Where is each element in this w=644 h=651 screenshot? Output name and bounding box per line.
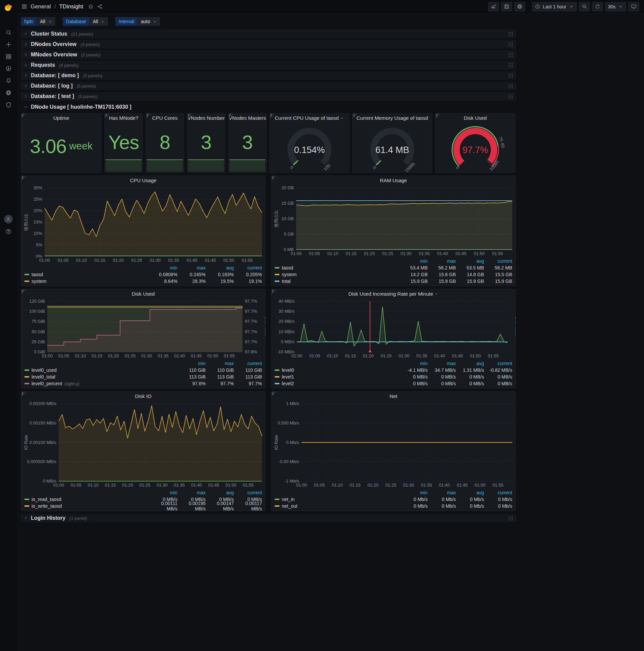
alerting-icon[interactable] <box>5 78 12 84</box>
panel-title[interactable]: Disk Used Increasing Rate per Minute <box>271 289 516 299</box>
legend-column-header[interactable]: current <box>234 490 262 495</box>
panel-title[interactable]: RAM Usage <box>271 176 516 185</box>
row-drag-handle[interactable] <box>508 32 513 37</box>
chart-ram[interactable]: 01:0001:0501:1001:1501:2001:2501:3001:35… <box>271 185 516 257</box>
refresh-button[interactable] <box>592 2 603 11</box>
legend-column-header[interactable]: max <box>428 258 456 264</box>
panel-title[interactable]: Disk IO <box>21 392 265 401</box>
legend-series-io-write-taosd[interactable]: io_write_taosd <box>25 503 149 509</box>
legend-column-header[interactable]: avg <box>205 265 234 271</box>
legend-series-taosd[interactable]: taosd <box>25 272 149 277</box>
panel-info-icon[interactable]: i <box>228 114 234 119</box>
legend-series-io-read-taosd[interactable]: io_read_taosd <box>25 497 149 502</box>
dashboard-row-cluster-status[interactable]: Cluster Status(21 panels) <box>21 30 516 38</box>
dashboards-icon[interactable] <box>5 53 12 60</box>
dashboard-row-login-history[interactable]: Login History(1 panel) <box>21 514 516 523</box>
legend-column-header[interactable]: current <box>484 490 512 495</box>
legend-column-header[interactable]: max <box>428 361 456 366</box>
legend-series-net-out[interactable]: net_out <box>275 503 399 509</box>
star-icon[interactable] <box>88 4 94 9</box>
legend-column-header[interactable]: min <box>149 490 178 495</box>
panel-info-icon[interactable]: i <box>436 114 441 119</box>
save-dashboard-button[interactable] <box>501 2 512 11</box>
dashboards-grid-icon[interactable] <box>22 4 27 9</box>
configuration-icon[interactable] <box>5 90 12 96</box>
panel-info-icon[interactable]: i <box>271 176 277 182</box>
legend-series-level0-used[interactable]: level0_used <box>25 367 178 373</box>
row-drag-handle[interactable] <box>508 73 513 78</box>
legend-series-net-in[interactable]: net_in <box>275 497 399 502</box>
panel-info-icon[interactable]: i <box>187 114 193 119</box>
create-icon[interactable] <box>5 41 12 48</box>
row-drag-handle[interactable] <box>508 42 513 47</box>
legend-series-level0-total[interactable]: level0_total <box>25 374 178 379</box>
explore-icon[interactable] <box>5 65 12 72</box>
chart-net[interactable]: 01:0001:0501:1001:1501:2001:2501:3001:35… <box>271 401 516 489</box>
legend-series-taosd[interactable]: taosd <box>275 265 399 271</box>
legend-series-level1[interactable]: level1 <box>275 374 399 379</box>
panel-title[interactable]: Current CPU Usage of taosd <box>270 114 349 123</box>
panel-title[interactable]: Net <box>271 392 516 401</box>
dashboard-row-dnode-usage-huolinhe-tm1701-6030[interactable]: DNode Usage [ huolinhe-TM1701:6030 ] <box>21 103 516 112</box>
share-icon[interactable] <box>97 4 103 9</box>
add-panel-button[interactable] <box>488 2 499 11</box>
breadcrumb-folder[interactable]: General <box>31 3 51 10</box>
search-icon[interactable] <box>5 29 12 36</box>
variable-value-dropdown[interactable]: All <box>37 17 55 26</box>
row-drag-handle[interactable] <box>508 52 513 57</box>
row-drag-handle[interactable] <box>508 84 513 89</box>
legend-column-header[interactable]: current <box>484 258 512 264</box>
cycle-view-mode-button[interactable] <box>628 2 639 11</box>
row-drag-handle[interactable] <box>508 516 513 521</box>
legend-column-header[interactable]: min <box>399 258 428 264</box>
row-drag-handle[interactable] <box>508 63 513 68</box>
chart-disk[interactable]: 01:0001:0501:1001:1501:2001:2501:3001:35… <box>21 299 265 360</box>
panel-info-icon[interactable]: i <box>21 289 27 295</box>
panel-title[interactable]: Disk Used <box>436 114 515 123</box>
dashboard-settings-button[interactable] <box>514 2 525 11</box>
legend-column-header[interactable]: max <box>178 265 205 271</box>
legend-column-header[interactable]: max <box>178 490 205 495</box>
panel-info-icon[interactable]: i <box>21 176 27 182</box>
dashboard-row-database-log[interactable]: Database: [ log ](5 panels) <box>21 82 516 90</box>
legend-column-header[interactable]: avg <box>456 361 484 366</box>
variable-value-dropdown[interactable]: auto <box>138 17 160 26</box>
legend-column-header[interactable]: avg <box>205 490 234 495</box>
legend-series-level2[interactable]: level2 <box>275 381 399 386</box>
panel-info-icon[interactable]: i <box>146 114 152 119</box>
dashboard-row-database-test[interactable]: Database: [ test ](5 panels) <box>21 92 516 101</box>
chart-rate[interactable]: 01:0001:0501:1001:1501:2001:2501:3001:35… <box>271 299 516 360</box>
panel-info-icon[interactable]: i <box>271 392 277 397</box>
legend-column-header[interactable]: min <box>399 490 428 495</box>
legend-column-header[interactable]: min <box>399 361 428 366</box>
time-range-picker[interactable]: Last 1 hour <box>532 2 577 11</box>
legend-series-system[interactable]: system <box>25 279 149 284</box>
legend-column-header[interactable]: current <box>234 361 262 366</box>
chart-cpu[interactable]: 01:0001:0501:1001:1501:2001:2501:3001:35… <box>21 185 265 264</box>
panel-info-icon[interactable]: i <box>21 114 27 119</box>
grafana-logo[interactable] <box>3 2 14 13</box>
user-avatar[interactable] <box>4 215 13 223</box>
panel-info-icon[interactable]: i <box>21 392 27 397</box>
refresh-interval-picker[interactable]: 30s <box>605 2 626 11</box>
legend-series-level0-percent[interactable]: level0_percent (right-y) <box>25 381 178 386</box>
server-admin-icon[interactable] <box>5 102 12 108</box>
legend-series-system[interactable]: system <box>275 272 399 277</box>
chart-io[interactable]: 01:0001:0501:1001:1501:2001:2501:3001:35… <box>21 401 265 489</box>
legend-column-header[interactable]: min <box>149 265 178 271</box>
dashboard-row-mnodes-overview[interactable]: MNodes Overview(2 panels) <box>21 50 516 59</box>
legend-column-header[interactable]: current <box>234 265 262 271</box>
legend-column-header[interactable]: current <box>484 361 512 366</box>
panel-info-icon[interactable]: i <box>105 114 110 119</box>
legend-series-level0[interactable]: level0 <box>275 367 399 373</box>
panel-info-icon[interactable]: i <box>353 114 358 119</box>
panel-title[interactable]: Current Memory Usage of taosd <box>353 114 432 123</box>
panel-info-icon[interactable]: i <box>271 289 277 295</box>
legend-column-header[interactable]: max <box>205 361 234 366</box>
help-icon[interactable] <box>5 228 11 235</box>
panel-info-icon[interactable]: i <box>270 114 276 119</box>
legend-series-total[interactable]: total <box>275 279 399 284</box>
panel-title[interactable]: Disk Used <box>21 289 265 299</box>
legend-column-header[interactable]: avg <box>456 490 484 495</box>
row-drag-handle[interactable] <box>508 94 513 99</box>
